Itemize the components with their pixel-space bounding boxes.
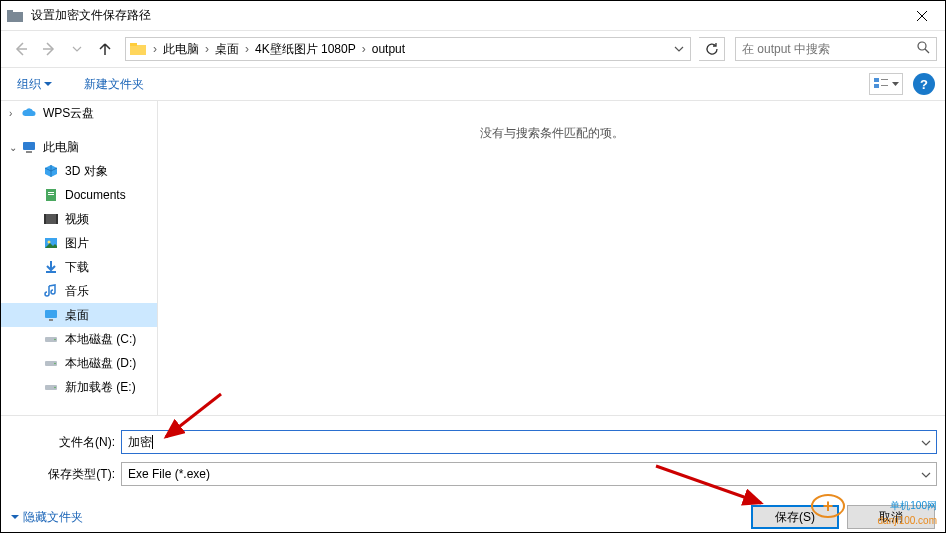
sidebar-item-label: 桌面 bbox=[65, 307, 89, 324]
filename-label: 文件名(N): bbox=[9, 434, 121, 451]
sidebar-item-pic-5[interactable]: 图片 bbox=[1, 231, 157, 255]
breadcrumb-3[interactable]: output bbox=[369, 42, 408, 56]
sidebar-item-label: 此电脑 bbox=[43, 139, 79, 156]
pc-icon bbox=[21, 139, 37, 155]
sidebar-item-pc-1[interactable]: ⌄此电脑 bbox=[1, 135, 157, 159]
sidebar-item-desktop-8[interactable]: 桌面 bbox=[1, 303, 157, 327]
hide-folders-button[interactable]: 隐藏文件夹 bbox=[11, 509, 83, 526]
sidebar-item-drive-9[interactable]: 本地磁盘 (C:) bbox=[1, 327, 157, 351]
svg-rect-19 bbox=[46, 271, 56, 273]
svg-rect-13 bbox=[48, 194, 54, 195]
window-title: 设置加密文件保存路径 bbox=[31, 7, 899, 24]
breadcrumb-sep[interactable]: › bbox=[202, 42, 212, 56]
filetype-label: 保存类型(T): bbox=[9, 466, 121, 483]
filename-dropdown[interactable] bbox=[916, 435, 936, 449]
close-button[interactable] bbox=[899, 1, 945, 30]
svg-rect-5 bbox=[874, 78, 879, 82]
file-pane[interactable]: 没有与搜索条件匹配的项。 bbox=[158, 101, 945, 415]
recent-button[interactable] bbox=[65, 37, 89, 61]
breadcrumb-sep[interactable]: › bbox=[150, 42, 160, 56]
svg-rect-2 bbox=[130, 45, 146, 55]
svg-rect-21 bbox=[49, 319, 53, 321]
sidebar-item-label: 本地磁盘 (C:) bbox=[65, 331, 136, 348]
address-dropdown[interactable] bbox=[668, 46, 690, 52]
sidebar-item-drive-10[interactable]: 本地磁盘 (D:) bbox=[1, 351, 157, 375]
breadcrumb-0[interactable]: 此电脑 bbox=[160, 41, 202, 58]
sidebar-item-label: 音乐 bbox=[65, 283, 89, 300]
sidebar-item-label: Documents bbox=[65, 188, 126, 202]
sidebar-item-doc-3[interactable]: Documents bbox=[1, 183, 157, 207]
form-area: 文件名(N): 加密 保存类型(T): Exe File (*.exe) bbox=[1, 415, 945, 486]
sidebar-item-video-4[interactable]: 视频 bbox=[1, 207, 157, 231]
search-input[interactable] bbox=[742, 42, 917, 56]
filename-input[interactable]: 加密 bbox=[128, 434, 152, 451]
chevron-down-icon bbox=[11, 515, 19, 520]
svg-rect-6 bbox=[881, 79, 888, 80]
organize-menu[interactable]: 组织 bbox=[11, 73, 58, 96]
chevron-down-icon bbox=[72, 46, 82, 52]
svg-rect-16 bbox=[56, 214, 58, 224]
svg-rect-20 bbox=[45, 310, 57, 318]
save-button[interactable]: 保存(S) bbox=[751, 505, 839, 529]
back-button[interactable] bbox=[9, 37, 33, 61]
svg-point-4 bbox=[918, 42, 926, 50]
sidebar[interactable]: ›WPS云盘⌄此电脑3D 对象Documents视频图片下载音乐桌面本地磁盘 (… bbox=[1, 101, 158, 415]
help-button[interactable]: ? bbox=[913, 73, 935, 95]
address-bar[interactable]: › 此电脑› 桌面› 4K壁纸图片 1080P› output bbox=[125, 37, 691, 61]
filetype-combo[interactable]: Exe File (*.exe) bbox=[121, 462, 937, 486]
svg-rect-9 bbox=[23, 142, 35, 150]
desktop-icon bbox=[43, 307, 59, 323]
drive-icon bbox=[43, 379, 59, 395]
breadcrumb-sep[interactable]: › bbox=[242, 42, 252, 56]
search-box[interactable] bbox=[735, 37, 937, 61]
back-icon bbox=[13, 41, 29, 57]
svg-rect-14 bbox=[44, 214, 58, 224]
view-button[interactable] bbox=[869, 73, 903, 95]
svg-point-27 bbox=[54, 387, 56, 389]
svg-point-25 bbox=[54, 363, 56, 365]
sidebar-item-download-6[interactable]: 下载 bbox=[1, 255, 157, 279]
sidebar-item-cloud-0[interactable]: ›WPS云盘 bbox=[1, 101, 157, 125]
sidebar-item-3d-2[interactable]: 3D 对象 bbox=[1, 159, 157, 183]
svg-point-23 bbox=[54, 339, 56, 341]
expand-icon[interactable]: ⌄ bbox=[9, 142, 19, 153]
organize-label: 组织 bbox=[17, 76, 41, 93]
doc-icon bbox=[43, 187, 59, 203]
navbar: › 此电脑› 桌面› 4K壁纸图片 1080P› output bbox=[1, 31, 945, 67]
breadcrumb-1[interactable]: 桌面 bbox=[212, 41, 242, 58]
view-icon bbox=[874, 78, 888, 90]
svg-rect-7 bbox=[874, 84, 879, 88]
sidebar-item-label: 视频 bbox=[65, 211, 89, 228]
new-folder-button[interactable]: 新建文件夹 bbox=[78, 73, 150, 96]
up-button[interactable] bbox=[93, 37, 117, 61]
breadcrumb-2[interactable]: 4K壁纸图片 1080P bbox=[252, 41, 359, 58]
chevron-down-icon bbox=[921, 440, 931, 446]
filetype-dropdown[interactable] bbox=[916, 467, 936, 481]
sidebar-item-music-7[interactable]: 音乐 bbox=[1, 279, 157, 303]
svg-rect-1 bbox=[7, 10, 13, 13]
sidebar-item-drive-11[interactable]: 新加载卷 (E:) bbox=[1, 375, 157, 399]
video-icon bbox=[43, 211, 59, 227]
svg-rect-15 bbox=[44, 214, 46, 224]
svg-rect-0 bbox=[7, 12, 23, 22]
chevron-down-icon bbox=[921, 472, 931, 478]
expand-icon[interactable]: › bbox=[9, 108, 19, 119]
svg-rect-10 bbox=[26, 151, 32, 153]
app-icon bbox=[7, 8, 23, 24]
forward-icon bbox=[41, 41, 57, 57]
search-icon bbox=[917, 41, 930, 57]
pic-icon bbox=[43, 235, 59, 251]
chevron-down-icon bbox=[674, 46, 684, 52]
svg-rect-3 bbox=[130, 43, 137, 46]
svg-rect-12 bbox=[48, 192, 54, 193]
filename-field-wrap[interactable]: 加密 bbox=[121, 430, 937, 454]
titlebar: 设置加密文件保存路径 bbox=[1, 1, 945, 31]
forward-button[interactable] bbox=[37, 37, 61, 61]
breadcrumb-sep[interactable]: › bbox=[359, 42, 369, 56]
folder-icon bbox=[129, 40, 147, 58]
sidebar-item-label: WPS云盘 bbox=[43, 105, 94, 122]
refresh-button[interactable] bbox=[699, 37, 725, 61]
up-icon bbox=[97, 41, 113, 57]
cancel-button[interactable]: 取消 bbox=[847, 505, 935, 529]
close-icon bbox=[917, 11, 927, 21]
